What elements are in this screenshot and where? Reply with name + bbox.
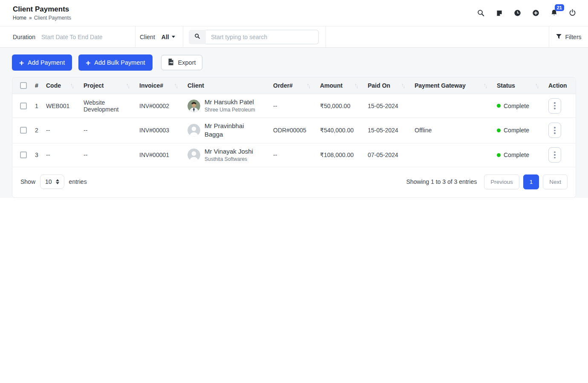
table-row: 1 WEB001 Website Development INV#00002 M… <box>12 94 576 118</box>
add-bulk-payment-label: Add Bulk Payment <box>94 59 145 66</box>
select-all-checkbox[interactable] <box>20 82 27 89</box>
vertical-ellipsis-icon <box>554 102 556 109</box>
row-code: -- <box>41 143 78 167</box>
entries-label: entries <box>69 178 87 185</box>
row-amount: ₹540,000.00 <box>315 118 363 143</box>
status-badge: Complete <box>497 103 538 109</box>
row-actions-button[interactable] <box>548 98 561 114</box>
client-name-link[interactable]: Mr Vinayak Joshi <box>205 147 253 156</box>
status-label: Complete <box>504 103 529 109</box>
toolbar: Add Payment Add Bulk Payment Export <box>12 54 576 71</box>
row-code: -- <box>41 118 78 143</box>
column-header-gateway[interactable]: Payment Gateway <box>409 77 492 94</box>
column-header-status[interactable]: Status <box>492 77 543 94</box>
sticky-note-icon <box>495 9 504 17</box>
status-dot-icon <box>497 153 501 157</box>
plus-circle-icon <box>531 9 540 17</box>
previous-page-button[interactable]: Previous <box>484 174 519 190</box>
row-invoice: INV#00002 <box>134 94 182 118</box>
row-index: 1 <box>30 94 41 118</box>
status-badge: Complete <box>497 151 538 158</box>
column-header-invoice[interactable]: Invoice# <box>134 77 182 94</box>
quick-add-button[interactable] <box>528 5 544 21</box>
notifications-button[interactable]: 21 <box>546 5 562 21</box>
table-footer: Show 10 entries Showing 1 to 3 of 3 entr… <box>12 167 576 198</box>
clock-icon <box>513 9 522 17</box>
client-avatar-placeholder <box>187 149 200 161</box>
pagination-group: Showing 1 to 3 of 3 entries Previous 1 N… <box>406 174 568 190</box>
status-dot-icon <box>497 129 501 132</box>
row-order: -- <box>268 94 315 118</box>
up-down-arrows-icon <box>56 179 59 184</box>
next-page-button[interactable]: Next <box>543 174 568 190</box>
sort-icon <box>174 83 177 88</box>
add-bulk-payment-button[interactable]: Add Bulk Payment <box>78 54 152 71</box>
row-actions-button[interactable] <box>548 147 561 163</box>
row-project: -- <box>78 143 134 167</box>
filters-button-label: Filters <box>565 34 581 40</box>
status-label: Complete <box>504 127 529 134</box>
global-search-button[interactable] <box>473 5 489 21</box>
sort-icon <box>355 83 357 88</box>
content-area: Add Payment Add Bulk Payment Export # <box>0 48 588 198</box>
column-header-code[interactable]: Code <box>41 77 78 94</box>
row-checkbox[interactable] <box>20 151 27 158</box>
filters-button[interactable]: Filters <box>556 33 581 41</box>
status-dot-icon <box>497 104 501 108</box>
row-amount: ₹108,000.00 <box>315 143 363 167</box>
client-dropdown[interactable]: All <box>161 34 175 40</box>
top-icon-group: 21 <box>473 5 580 21</box>
time-log-button[interactable] <box>510 5 525 21</box>
file-export-icon <box>167 58 175 67</box>
search-segment <box>183 26 326 47</box>
row-index: 2 <box>30 118 41 143</box>
row-checkbox[interactable] <box>20 127 27 134</box>
show-label: Show <box>20 178 35 185</box>
power-icon <box>568 9 577 17</box>
row-invoice: INV#00001 <box>134 143 182 167</box>
logout-button[interactable] <box>565 5 580 21</box>
add-payment-button[interactable]: Add Payment <box>12 54 72 71</box>
column-header-amount[interactable]: Amount <box>315 77 363 94</box>
plus-icon <box>19 59 24 67</box>
page-size-select[interactable]: 10 <box>40 174 64 189</box>
client-label: Client <box>140 34 155 40</box>
row-invoice: INV#00003 <box>134 118 182 143</box>
column-header-action: Action <box>543 77 576 94</box>
notification-count-badge: 21 <box>555 4 564 11</box>
row-amount: ₹50,000.00 <box>315 94 363 118</box>
client-name-link[interactable]: Mr Pravinbhai Bagga <box>205 122 263 139</box>
client-filter: Client All <box>135 26 183 47</box>
duration-range-input[interactable] <box>40 33 121 41</box>
sticky-note-button[interactable] <box>491 5 507 21</box>
breadcrumb-separator: » <box>29 15 32 21</box>
row-index: 3 <box>30 143 41 167</box>
row-paid-on: 15-05-2024 <box>363 94 409 118</box>
breadcrumb-home-link[interactable]: Home <box>13 15 26 21</box>
row-paid-on: 07-05-2024 <box>363 143 409 167</box>
sort-icon <box>401 83 404 88</box>
client-name-link[interactable]: Mr Harsukh Patel <box>205 98 255 106</box>
client-avatar <box>187 100 200 112</box>
search-icon <box>194 33 201 41</box>
client-dropdown-value: All <box>161 34 169 40</box>
client-avatar-placeholder <box>187 124 200 137</box>
filter-bar: Duration Client All Filters <box>0 26 588 48</box>
export-label: Export <box>178 59 196 66</box>
client-cell: Mr Harsukh Patel Shree Uma Petroleum <box>187 98 263 114</box>
table-header-row: # Code Project Invoice# Client Order# Am… <box>12 77 576 94</box>
column-header-order[interactable]: Order# <box>268 77 315 94</box>
export-button[interactable]: Export <box>161 55 202 70</box>
search-input[interactable] <box>206 30 319 44</box>
row-code: WEB001 <box>41 94 78 118</box>
row-checkbox[interactable] <box>20 103 27 109</box>
client-company: Susthita Softwares <box>205 156 253 163</box>
column-header-project[interactable]: Project <box>78 77 134 94</box>
add-payment-label: Add Payment <box>28 59 65 66</box>
breadcrumb-current: Client Payments <box>34 15 71 21</box>
search-submit-button[interactable] <box>189 30 206 44</box>
column-header-paid-on[interactable]: Paid On <box>363 77 409 94</box>
client-cell: Mr Pravinbhai Bagga <box>187 122 263 139</box>
row-actions-button[interactable] <box>548 123 561 138</box>
current-page-button[interactable]: 1 <box>523 174 539 190</box>
